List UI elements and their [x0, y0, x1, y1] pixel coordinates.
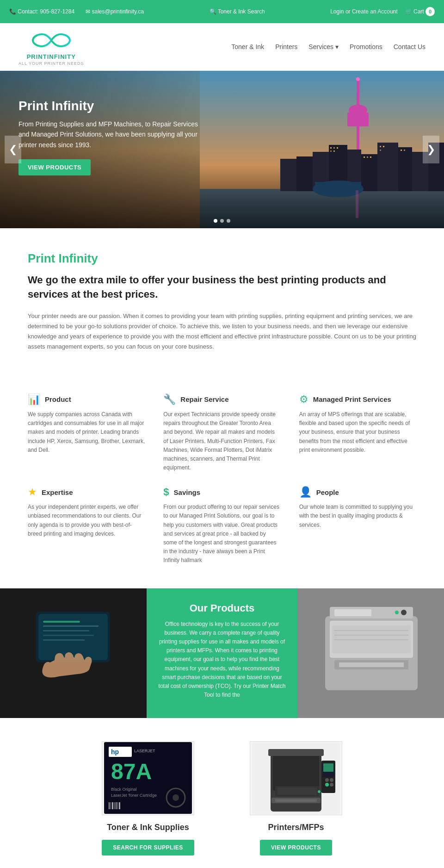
feature-mps: ⚙ Managed Print Services An array of MPS…	[299, 393, 416, 472]
svg-point-4	[349, 105, 367, 116]
hero-dot-1[interactable]	[214, 219, 217, 223]
svg-rect-67	[117, 802, 118, 809]
svg-rect-72	[268, 749, 324, 756]
features-grid: 📊 Product We supply companies across Can…	[0, 393, 444, 588]
nav-printers[interactable]: Printers	[275, 43, 297, 50]
hero-prev-button[interactable]: ❮	[5, 136, 21, 163]
svg-rect-27	[383, 146, 384, 147]
feature-repair-header: 🔧 Repair Service	[163, 393, 280, 406]
nav-toner[interactable]: Toner & Ink	[231, 43, 264, 50]
auth-links: Login or Create an Account	[330, 8, 397, 15]
feature-mps-desc: An array of MPS offerings that are scala…	[299, 410, 416, 455]
svg-rect-61	[173, 794, 179, 801]
svg-rect-15	[280, 159, 296, 191]
hp-toner-illustration: hp LASERJET 87A Black Original LaserJet …	[104, 742, 192, 814]
svg-point-78	[325, 783, 329, 787]
nav-services-label: Services	[308, 43, 333, 50]
printer-illustration	[297, 588, 444, 718]
top-bar-left: 📞 Contact: 905-827-1284 ✉ sales@printinf…	[9, 8, 144, 15]
products-banner-heading: Our Products	[158, 602, 286, 614]
search-supplies-button[interactable]: SEARCH FOR SUPPLIES	[102, 840, 194, 856]
hero-description: From Printing Supplies and MFP Machines,…	[18, 119, 204, 150]
create-account-link[interactable]: Create an Account	[352, 8, 398, 15]
feature-savings: $ Savings From our product offering to o…	[163, 486, 280, 565]
or-separator: or	[345, 8, 351, 15]
feature-savings-header: $ Savings	[163, 486, 280, 498]
svg-rect-83	[278, 787, 317, 795]
svg-rect-62	[109, 802, 110, 809]
svg-rect-10	[398, 147, 412, 191]
logo-svg	[31, 28, 72, 53]
svg-text:Black Original: Black Original	[111, 787, 137, 792]
login-link[interactable]: Login	[330, 8, 344, 15]
printers-card-title: Printers/MFPs	[268, 823, 324, 832]
svg-rect-36	[43, 625, 99, 627]
hero-section: Print Infinity From Printing Supplies an…	[0, 71, 444, 228]
hero-next-button[interactable]: ❯	[423, 136, 439, 163]
chart-icon: 📊	[28, 393, 40, 406]
svg-rect-20	[337, 147, 338, 149]
svg-rect-39	[43, 639, 85, 641]
feature-product-title: Product	[45, 395, 71, 403]
feature-people: 👤 People Our whole team is committed to …	[299, 486, 416, 565]
svg-rect-68	[119, 802, 120, 809]
svg-rect-31	[356, 190, 358, 218]
logo-text: PRINTINFINITY	[27, 53, 76, 60]
feature-people-header: 👤 People	[299, 486, 416, 498]
svg-text:LASERJET: LASERJET	[134, 749, 155, 753]
svg-rect-28	[380, 150, 381, 151]
feature-repair-desc: Our expert Technicians provide speedy on…	[163, 410, 280, 472]
hero-dot-2[interactable]	[220, 219, 224, 223]
svg-rect-63	[111, 802, 111, 809]
about-body: Your printer needs are our passion. When…	[28, 311, 416, 352]
feature-expertise-title: Expertise	[42, 488, 73, 496]
dollar-icon: $	[163, 486, 169, 498]
svg-rect-25	[370, 156, 371, 158]
svg-rect-45	[339, 662, 404, 667]
svg-text:87A: 87A	[111, 759, 152, 784]
svg-rect-37	[43, 630, 89, 631]
site-header: PRINTINFINITY ALL YOUR PRINTER NEEDS Ton…	[0, 23, 444, 71]
svg-rect-50	[334, 630, 408, 631]
hero-dot-3[interactable]	[227, 219, 230, 223]
mfp-printer-illustration	[252, 742, 340, 814]
cart-count-badge: 0	[426, 7, 435, 16]
svg-rect-30	[404, 150, 405, 151]
phone-number: Contact: 905-827-1284	[18, 8, 74, 15]
logo-tagline: ALL YOUR PRINTER NEEDS	[18, 61, 84, 66]
person-icon: 👤	[299, 486, 312, 498]
nav-promotions[interactable]: Promotions	[350, 43, 382, 50]
svg-rect-14	[296, 156, 313, 191]
feature-expertise: ★ Expertise As your independent printer …	[28, 486, 145, 565]
nav-services[interactable]: Services ▾	[308, 43, 339, 50]
logo[interactable]: PRINTINFINITY ALL YOUR PRINTER NEEDS	[18, 28, 84, 66]
about-section: Print Infinity We go the extra mile to o…	[0, 228, 444, 393]
toner-card-image: hp LASERJET 87A Black Original LaserJet …	[102, 741, 194, 815]
printers-card: Printers/MFPs VIEW PRODUCTS	[231, 741, 361, 856]
hero-content: Print Infinity From Printing Supplies an…	[0, 71, 222, 203]
toner-search-center[interactable]: 🔍 Toner & Ink Search	[210, 8, 265, 15]
feature-expertise-desc: As your independent printer experts, we …	[28, 503, 145, 538]
top-bar-right: Login or Create an Account 🛒 Cart 0	[330, 7, 435, 16]
toner-search-link[interactable]: Toner & Ink Search	[218, 8, 265, 15]
svg-point-79	[330, 783, 333, 787]
svg-rect-35	[43, 621, 80, 623]
feature-product-header: 📊 Product	[28, 393, 145, 406]
products-banner-body: Office technology is key to the success …	[158, 620, 286, 700]
about-subheading: We go the extra mile to offer your busin…	[28, 273, 416, 302]
product-cards-section: hp LASERJET 87A Black Original LaserJet …	[0, 718, 444, 868]
cart-area[interactable]: 🛒 Cart 0	[405, 7, 435, 16]
svg-rect-47	[334, 609, 371, 616]
feature-people-title: People	[316, 488, 339, 496]
nav-contact[interactable]: Contact Us	[394, 43, 426, 50]
wrench-icon: 🔧	[163, 393, 176, 406]
view-products-button[interactable]: VIEW PRODUCTS	[18, 159, 91, 175]
cart-label: Cart	[413, 8, 424, 15]
svg-rect-65	[114, 802, 115, 809]
view-printers-button[interactable]: VIEW PRODUCTS	[260, 840, 332, 856]
feature-product: 📊 Product We supply companies across Can…	[28, 393, 145, 472]
hero-title: Print Infinity	[18, 99, 204, 113]
svg-rect-18	[330, 147, 332, 149]
svg-rect-19	[333, 147, 335, 149]
feature-mps-title: Managed Print Services	[313, 395, 391, 403]
